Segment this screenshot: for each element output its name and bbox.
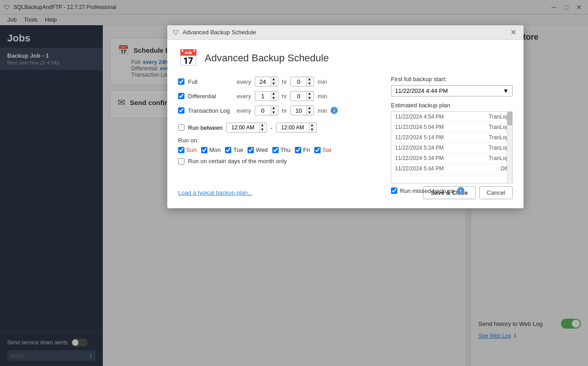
tlog-min-spinner: ▲ ▼ [290,105,314,115]
backup-plan-list: 11/22/2024 4:54 PM TranLog 11/22/2024 5:… [391,111,513,183]
first-backup-select[interactable]: 11/22/2024 4:44 PM ▼ [391,85,513,96]
modal-header-row: 📅 Advanced Backup Schedule [178,49,513,68]
run-missed-info-icon[interactable]: i [457,187,464,194]
backup-plan-time-0: 11/22/2024 4:54 PM [395,114,444,120]
day-mon-checkbox[interactable] [201,147,207,153]
full-min-unit: min [317,78,327,85]
modal-right-panel: First full backup start: 11/22/2024 4:44… [391,76,513,194]
full-label: Full [188,78,233,85]
day-thu: Thu [272,146,290,153]
full-min-btns: ▲ ▼ [306,77,312,86]
day-thu-checkbox[interactable] [272,147,279,153]
load-typical-link[interactable]: Load a typical backup plan... [178,189,253,196]
full-hr-down[interactable]: ▼ [271,82,276,86]
tlog-min-up[interactable]: ▲ [307,106,312,110]
diff-min-spinner: ▲ ▼ [290,91,314,101]
modal-close-button[interactable]: ✕ [509,28,518,37]
backup-plan-time-4: 11/22/2024 5:34 PM [395,155,444,161]
modal-overlay: 🛡 Advanced Backup Schedule ✕ 📅 Advanced … [0,0,588,366]
day-sat-checkbox[interactable] [314,147,321,153]
diff-min-up[interactable]: ▲ [307,92,312,96]
day-tue: Tue [225,146,243,153]
full-hr-btns: ▲ ▼ [271,77,276,86]
modal-body: 📅 Advanced Backup Schedule Full every ▲ … [167,40,524,181]
backup-plan-time-3: 11/22/2024 5:24 PM [395,145,444,151]
modal-footer-left: Load a typical backup plan... [178,189,253,196]
start-up[interactable]: ▲ [260,123,265,128]
full-min-spinner: ▲ ▼ [290,77,314,87]
day-sun: Sun [178,146,197,153]
full-every: every [237,78,251,85]
tlog-hr-btns: ▲ ▼ [271,106,276,115]
day-mon: Mon [201,146,220,153]
tlog-min-btns: ▲ ▼ [306,106,312,115]
day-wed-checkbox[interactable] [248,147,254,153]
run-between-end-input[interactable] [276,123,309,132]
day-tue-checkbox[interactable] [225,147,231,153]
certain-days-checkbox[interactable] [178,158,184,165]
run-missed-label: Run missed backups [400,188,455,194]
diff-hr-up[interactable]: ▲ [271,92,276,96]
day-fri-checkbox[interactable] [295,147,301,153]
run-between-dash: - [271,124,272,131]
diff-hr-unit: hr [282,93,287,100]
first-backup-dropdown-icon: ▼ [503,87,509,94]
start-down[interactable]: ▼ [260,128,265,132]
modal-titlebar: 🛡 Advanced Backup Schedule ✕ [167,25,524,40]
tlog-hr-spinner: ▲ ▼ [255,105,278,115]
tlog-label: Transaction Log [188,107,233,114]
run-between-label: Run between [188,124,223,131]
diff-hr-btns: ▲ ▼ [271,92,276,101]
full-checkbox[interactable] [178,78,184,85]
day-sun-checkbox[interactable] [178,147,184,153]
modal-titlebar-icon: 🛡 [173,29,179,36]
full-min-down[interactable]: ▼ [307,82,312,86]
tlog-checkbox[interactable] [178,107,184,114]
day-tue-label: Tue [233,146,243,153]
day-sat-label: Sat [322,146,331,153]
diff-hr-input[interactable] [255,92,271,101]
schedule-grid: Full every ▲ ▼ hr ▲ ▼ [178,77,390,115]
diff-hr-spinner: ▲ ▼ [255,91,278,101]
diff-min-down[interactable]: ▼ [307,96,312,101]
schedule-tlog-row: Transaction Log every ▲ ▼ hr ▲ [178,105,390,115]
first-backup-value: 11/22/2024 4:44 PM [395,87,448,94]
full-min-input[interactable] [291,77,306,86]
diff-checkbox[interactable] [178,93,184,99]
day-sun-label: Sun [186,146,197,153]
tlog-min-unit: min [317,107,327,114]
end-down[interactable]: ▼ [309,128,315,132]
run-missed-checkbox[interactable] [391,188,397,194]
full-hr-up[interactable]: ▲ [271,77,276,82]
backup-plan-row-3: 11/22/2024 5:24 PM TranLog [391,143,512,153]
modal-title: Advanced Backup Schedule [205,52,329,64]
tlog-every: every [237,107,251,114]
day-fri-label: Fri [303,146,310,153]
tlog-min-down[interactable]: ▼ [307,110,312,115]
backup-plan-time-1: 11/22/2024 5:04 PM [395,124,444,130]
full-min-up[interactable]: ▲ [307,77,312,82]
day-wed: Wed [248,146,268,153]
modal-calendar-icon: 📅 [178,49,198,68]
full-hr-input[interactable] [255,77,271,86]
schedule-diff-row: Differential every ▲ ▼ hr ▲ [178,91,390,101]
tlog-info-icon[interactable]: i [331,107,338,114]
tlog-hr-up[interactable]: ▲ [271,106,276,110]
run-between-start-input[interactable] [227,123,259,132]
modal-titlebar-text: Advanced Backup Schedule [183,29,505,36]
run-between-start-spinner: ▲ ▼ [226,123,267,133]
backup-plan-type-4: TranLog [489,155,509,161]
end-up[interactable]: ▲ [309,123,315,128]
day-sat: Sat [314,146,331,153]
backup-plan-scrollbar[interactable] [507,112,512,183]
tlog-hr-down[interactable]: ▼ [271,110,276,115]
diff-hr-down[interactable]: ▼ [271,96,276,101]
run-between-checkbox[interactable] [178,124,184,131]
certain-days-label: Run on certain days of the month only [188,158,287,165]
first-backup-label: First full backup start: [391,76,513,82]
diff-every: every [237,93,251,100]
tlog-min-input[interactable] [291,106,306,115]
diff-min-input[interactable] [291,92,306,101]
tlog-hr-input[interactable] [255,106,271,115]
schedule-full-row: Full every ▲ ▼ hr ▲ ▼ [178,77,390,87]
